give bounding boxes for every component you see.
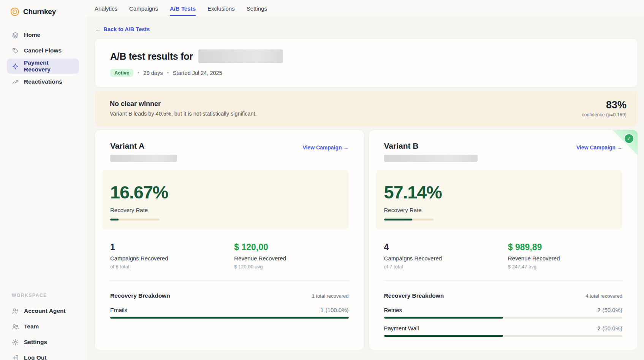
topnav-item-exclusions[interactable]: Exclusions [207,5,235,15]
sidebar-item-label: Settings [24,339,47,346]
campaigns-recovered-label: Campaigns Recovered [384,255,508,262]
breakdown-pct: (50.0%) [602,325,622,331]
tag-icon [12,47,19,54]
sidebar-item-cancel-flows[interactable]: Cancel Flows [7,43,79,58]
recovery-rate-bar-fill [110,219,119,220]
brand-logo[interactable]: Churnkey [0,5,87,21]
breakdown-total: 4 total recovered [585,293,622,299]
variant-name: Variant A [110,141,177,151]
breakdown-row: Payment Wall 2(50.0%) [384,325,623,337]
topnav-item-campaigns[interactable]: Campaigns [129,5,158,15]
breakdown-bar [384,317,623,319]
breakdown-count: 1 [320,307,323,313]
breakdown-bar [110,317,349,319]
logout-icon [12,354,19,360]
user-plus-icon [12,308,19,315]
campaigns-recovered-value: 4 [384,242,508,252]
breakdown-row: Retries 2(50.0%) [384,307,623,319]
breakdown-bar-fill [384,317,503,319]
sidebar-item-label: Reactivations [24,78,62,85]
recovery-rate-panel: 16.67% Recovery Rate [102,170,349,230]
meta-separator: • [167,70,169,76]
campaigns-recovered-value: 1 [110,242,234,252]
sidebar-item-settings[interactable]: Settings [7,335,79,350]
recovery-rate-label: Recovery Rate [110,207,340,213]
topnav-item-ab-tests[interactable]: A/B Tests [170,5,196,16]
revenue-recovered-label: Revenue Recovered [508,255,622,262]
revenue-recovered-value: $ 120,00 [234,242,348,252]
breakdown-bar-fill [110,317,349,319]
revenue-recovered-sub: $ 120,00 avg [234,264,348,270]
meta-separator: • [138,70,139,76]
confidence-label: confidence (p=0.169) [582,112,627,117]
breakdown-label: Payment Wall [384,325,419,331]
sidebar-item-team[interactable]: Team [7,319,79,334]
topnav-item-analytics[interactable]: Analytics [95,5,117,15]
banner-subtitle: Variant B leads by 40.5%, but it is not … [110,111,257,117]
churnkey-logo-icon [10,7,20,17]
banner-title: No clear winner [110,100,257,108]
workspace-label: WORKSPACE [7,293,79,298]
sidebar-item-label: Cancel Flows [24,47,62,54]
breakdown-bar-fill [384,335,503,337]
sidebar-item-log-out[interactable]: Log Out [7,350,79,360]
variant-name: Variant B [384,141,478,151]
sparkle-icon [12,63,19,70]
sidebar-item-account-agent[interactable]: Account Agent [7,303,79,319]
breakdown-label: Emails [110,307,127,313]
sidebar-item-label: Account Agent [24,308,66,314]
trending-up-icon [12,78,19,86]
content: ← Back to A/B Tests A/B test results for… [87,16,644,360]
breakdown-bar [384,335,623,337]
back-link-label: Back to A/B Tests [104,26,150,32]
breakdown-row: Emails 1(100.0%) [110,307,349,319]
breakdown-count: 2 [597,325,600,331]
campaigns-recovered-stat: 4 Campaigns Recovered of 7 total [384,242,508,270]
divider [384,280,623,281]
breakdown-total: 1 total recovered [312,293,349,299]
main-area: Analytics Campaigns A/B Tests Exclusions… [87,0,644,360]
topnav-item-settings[interactable]: Settings [247,5,267,15]
test-start-date: Started Jul 24, 2025 [173,70,222,76]
campaigns-recovered-sub: of 7 total [384,264,508,270]
layers-icon [12,32,19,39]
sidebar-item-reactivations[interactable]: Reactivations [7,74,79,89]
breakdown-label: Retries [384,307,402,313]
users-icon [12,323,19,330]
back-to-ab-tests-link[interactable]: ← Back to A/B Tests [95,26,150,32]
redacted-test-name [198,49,283,63]
top-nav: Analytics Campaigns A/B Tests Exclusions… [87,0,644,16]
confidence-value: 83% [582,99,627,111]
variants-row: Variant A View Campaign → 16.67% Recover… [95,130,638,350]
campaigns-recovered-label: Campaigns Recovered [110,255,234,262]
test-header-card: A/B test results for Active • 29 days • … [95,38,638,87]
sidebar-item-home[interactable]: Home [7,27,79,43]
revenue-recovered-stat: $ 120,00 Revenue Recovered $ 120,00 avg [234,242,348,270]
campaigns-recovered-stat: 1 Campaigns Recovered of 6 total [110,242,234,270]
test-duration: 29 days [144,70,163,76]
recovery-rate-value: 57.14% [384,182,614,203]
status-badge: Active [110,69,133,77]
page-title: A/B test results for [110,51,193,62]
recovery-rate-bar-fill [384,219,412,220]
campaigns-recovered-sub: of 6 total [110,264,234,270]
view-campaign-link[interactable]: View Campaign → [576,144,622,151]
revenue-recovered-sub: $ 247,47 avg [508,264,622,270]
result-banner: No clear winner Variant B leads by 40.5%… [95,91,638,126]
recovery-rate-label: Recovery Rate [384,207,614,213]
sidebar-nav: Home Cancel Flows Payment Recovery React… [0,27,87,89]
breakdown-count: 2 [597,307,600,313]
sidebar-item-label: Log Out [24,354,46,360]
sidebar: Churnkey Home Cancel Flows Payment Recov… [0,0,87,360]
sidebar-workspace-section: WORKSPACE Account Agent Team Settings [0,293,87,360]
gear-icon [12,339,19,346]
view-campaign-link[interactable]: View Campaign → [302,144,348,151]
app-root: Churnkey Home Cancel Flows Payment Recov… [0,0,644,360]
sidebar-item-payment-recovery[interactable]: Payment Recovery [7,59,79,74]
recovery-rate-bar [384,219,434,220]
breakdown-pct: (50.0%) [602,307,622,313]
breakdown-title: Recovery Breakdown [384,292,444,299]
back-arrow-icon: ← [95,26,101,32]
variant-a-card: Variant A View Campaign → 16.67% Recover… [95,130,364,350]
recovery-rate-value: 16.67% [110,182,340,203]
